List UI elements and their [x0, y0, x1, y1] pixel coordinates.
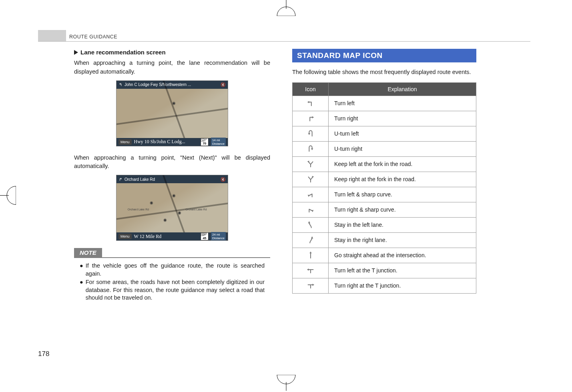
th-icon: Icon	[293, 82, 329, 96]
shot1-menu-btn: Menu	[118, 139, 132, 145]
shot1-road: Hwy 10 Sb/John C Lodg...	[134, 139, 185, 145]
icon-explanation: Turn left & sharp curve.	[329, 187, 476, 202]
t-junction-right-icon	[293, 278, 329, 293]
icon-explanation: Keep left at the fork in the road.	[329, 156, 476, 172]
table-row: Keep right at the fork in the road.	[293, 172, 476, 187]
nav-screenshot-1: ↰ John C Lodge Fwy S/Northwestern ... 🔇 …	[116, 80, 228, 146]
table-row: U-turn right	[293, 141, 476, 156]
poi-marker-icon: ◉	[178, 210, 181, 215]
running-head-title: ROUTE GUIDANCE	[69, 34, 117, 41]
th-explanation: Explanation	[329, 82, 476, 96]
table-row: Turn right & sharp curve.	[293, 202, 476, 217]
shot2-orchard-label: Orchard Lake Rd	[128, 208, 149, 211]
turn-left-icon	[293, 96, 329, 111]
header-grey-bar	[38, 30, 66, 41]
turn-right-icon	[293, 111, 329, 126]
turn-right-sharp-icon	[293, 202, 329, 217]
shot2-orchard-label-2: Orchard Lake Rd	[185, 208, 207, 211]
icon-explanation: Turn left at the T junction.	[329, 263, 476, 278]
note-bullet-icon: ●	[80, 278, 83, 302]
uturn-left-icon	[293, 126, 329, 141]
poi-marker-icon: ◉	[172, 101, 176, 105]
standard-map-icon-heading: STANDARD MAP ICON	[292, 49, 476, 62]
icon-explanation: U-turn right	[329, 141, 476, 156]
mute-icon: 🔇	[221, 82, 225, 87]
icon-explanation: Turn right	[329, 111, 476, 126]
map-icon-table: Icon Explanation Turn left Turn right	[292, 82, 476, 294]
crop-mark-top	[272, 0, 300, 17]
icon-explanation: Go straight ahead at the intersection.	[329, 248, 476, 263]
icon-explanation: Stay in the left lane.	[329, 217, 476, 232]
note-label: NOTE	[74, 248, 102, 257]
table-row: Turn left & sharp curve.	[293, 187, 476, 202]
keep-left-fork-icon	[293, 156, 329, 172]
keep-right-fork-icon	[293, 172, 329, 187]
icon-explanation: Turn right at the T junction.	[329, 278, 476, 293]
page-number: 178	[38, 350, 49, 358]
lane-rec-heading: Lane recommendation screen	[74, 49, 270, 56]
poi-marker-icon: ◉	[150, 200, 153, 205]
crop-mark-left	[0, 182, 16, 211]
lane-rec-heading-text: Lane recommendation screen	[80, 49, 166, 56]
icon-explanation: Turn right & sharp curve.	[329, 202, 476, 217]
stay-right-lane-icon	[293, 232, 329, 248]
lane-rec-para2: When approaching a turning point, "Next …	[74, 154, 270, 171]
table-row: Stay in the right lane.	[293, 232, 476, 248]
note-item-text: For some areas, the roads have not been …	[86, 278, 265, 302]
table-row: Stay in the left lane.	[293, 217, 476, 232]
note-item: ● For some areas, the roads have not bee…	[80, 278, 265, 302]
nav-screenshot-2: ↱ Orchard Lake Rd 🔇 250 ft Next ◉ ◉ ◉ ◉ …	[116, 175, 228, 241]
turn-arrow-icon: ↱	[119, 177, 122, 182]
t-junction-left-icon	[293, 263, 329, 278]
shot2-title: Orchard Lake Rd	[124, 177, 155, 182]
shot2-speed-sign: SPEED LIMIT 45	[201, 232, 209, 240]
note-item: ● If the vehicle goes off the guidance r…	[80, 262, 265, 278]
crop-mark-bottom	[272, 375, 300, 392]
icon-explanation: Stay in the right lane.	[329, 232, 476, 248]
shot2-road: W 12 Mile Rd	[134, 234, 162, 240]
table-row: Turn right at the T junction.	[293, 278, 476, 293]
table-row: Turn left at the T junction.	[293, 263, 476, 278]
note-box: NOTE ● If the vehicle goes off the guida…	[74, 248, 270, 307]
shot1-title: John C Lodge Fwy S/Northwestern ...	[124, 82, 191, 87]
table-row: Go straight ahead at the intersection.	[293, 248, 476, 263]
note-bullet-icon: ●	[80, 262, 83, 278]
note-item-text: If the vehicle goes off the guidance rou…	[86, 262, 265, 278]
table-row: U-turn left	[293, 126, 476, 141]
icon-explanation: Keep right at the fork in the road.	[329, 172, 476, 187]
right-column: STANDARD MAP ICON The following table sh…	[292, 49, 492, 307]
go-straight-icon	[293, 248, 329, 263]
table-row: Keep left at the fork in the road.	[293, 156, 476, 172]
poi-marker-icon: ◉	[172, 193, 176, 198]
uturn-right-icon	[293, 141, 329, 156]
triangle-bullet-icon	[74, 50, 78, 55]
page: ROUTE GUIDANCE Lane recommendation scree…	[38, 28, 530, 307]
lane-rec-para1: When approaching a turning point, the la…	[74, 59, 270, 76]
standard-map-icon-intro: The following table shows the most frequ…	[292, 68, 476, 77]
running-head: ROUTE GUIDANCE	[38, 28, 530, 42]
turn-arrow-icon: ↰	[119, 82, 122, 87]
shot1-speed-sign: SPEED LIMIT 70	[201, 138, 209, 146]
icon-explanation: U-turn left	[329, 126, 476, 141]
turn-left-sharp-icon	[293, 187, 329, 202]
icon-explanation: Turn left	[329, 96, 476, 111]
shot2-menu-btn: Menu	[118, 234, 132, 239]
left-column: Lane recommendation screen When approach…	[74, 49, 270, 307]
poi-marker-icon: ◉	[163, 218, 167, 222]
mute-icon: 🔇	[221, 177, 225, 182]
shot2-dist-tile: 24 mi Distance	[211, 232, 226, 241]
stay-left-lane-icon	[293, 217, 329, 232]
table-row: Turn right	[293, 111, 476, 126]
shot1-dist-tile: 14 mi Distance	[211, 138, 226, 146]
table-row: Turn left	[293, 96, 476, 111]
